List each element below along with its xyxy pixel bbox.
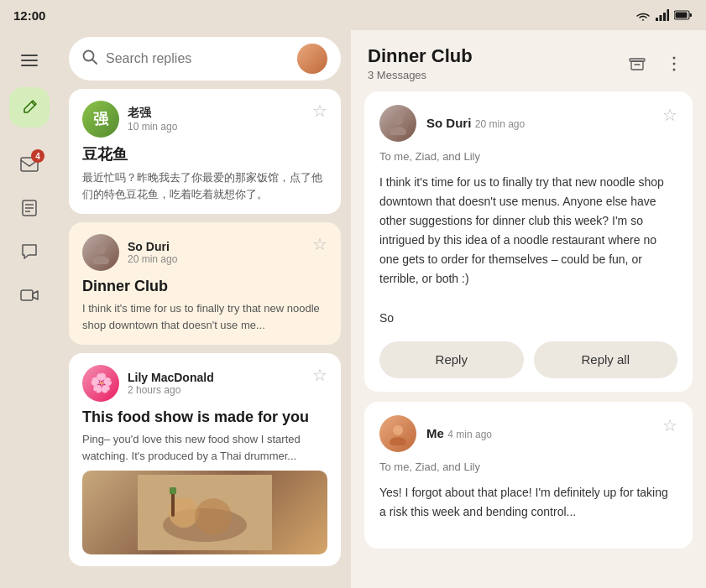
status-bar: 12:00 (0, 0, 706, 30)
sender-name: 老强 (128, 106, 177, 121)
svg-line-17 (92, 60, 97, 64)
thread-count: 3 Messages (368, 69, 473, 81)
sender-name: So Duri (426, 116, 471, 130)
food-image (138, 475, 272, 550)
status-time: 12:00 (13, 8, 45, 23)
signal-icon (656, 9, 669, 21)
msg-subject: Dinner Club (82, 278, 327, 295)
avatar-laoquiang: 强 (82, 101, 119, 138)
wifi-icon (635, 9, 651, 21)
msg-preview: I think it's time for us to finally try … (82, 300, 327, 333)
svg-rect-15 (21, 290, 33, 300)
email-to: To me, Ziad, and Lily (379, 150, 677, 163)
sender-row: 🌸 Lily MacDonald 2 hours ago (82, 365, 214, 402)
mail-badge: 4 (31, 149, 44, 163)
sidebar: 4 (0, 30, 59, 588)
message-card-lily[interactable]: 🌸 Lily MacDonald 2 hours ago ☆ This food… (69, 353, 341, 566)
compose-button[interactable] (9, 87, 50, 127)
thread-actions (622, 49, 689, 79)
svg-point-19 (92, 256, 109, 264)
avatar-soduri (82, 234, 119, 271)
star-button[interactable]: ☆ (312, 101, 327, 121)
email-header: So Duri 20 min ago ☆ (379, 105, 677, 142)
more-options-button[interactable] (659, 49, 689, 79)
sender-name: Me (426, 426, 444, 440)
svg-rect-8 (21, 60, 38, 61)
svg-rect-27 (631, 61, 643, 70)
msg-header: 强 老强 10 min ago ☆ (82, 101, 327, 138)
sender-info: 老强 10 min ago (128, 106, 177, 133)
avatar-lily: 🌸 (82, 365, 119, 402)
message-card-laoquiang[interactable]: 强 老强 10 min ago ☆ 豆花鱼 最近忙吗？昨晚我去了你最爱的那家饭馆… (69, 89, 341, 214)
svg-point-33 (390, 127, 406, 135)
svg-point-29 (673, 56, 676, 59)
thread-title: Dinner Club (368, 45, 473, 67)
svg-point-23 (195, 498, 232, 535)
svg-rect-6 (676, 13, 688, 18)
star-button[interactable]: ☆ (662, 105, 677, 125)
msg-header: 🌸 Lily MacDonald 2 hours ago ☆ (82, 365, 327, 402)
hamburger-menu-icon[interactable] (13, 44, 46, 77)
star-button[interactable]: ☆ (662, 415, 677, 435)
svg-rect-3 (667, 9, 670, 21)
svg-rect-9 (21, 65, 38, 66)
msg-preview: Ping– you'd love this new food show I st… (82, 431, 327, 464)
left-panel: 强 老强 10 min ago ☆ 豆花鱼 最近忙吗？昨晚我去了你最爱的那家饭馆… (59, 30, 351, 588)
sender-time: 2 hours ago (128, 384, 214, 396)
user-avatar (297, 44, 327, 74)
msg-header: So Duri 20 min ago ☆ (82, 234, 327, 271)
svg-rect-25 (170, 487, 176, 494)
svg-point-32 (393, 115, 403, 125)
msg-image (82, 471, 327, 554)
msg-preview: 最近忙吗？昨晚我去了你最爱的那家饭馆，点了他们的特色豆花鱼，吃着吃着就想你了。 (82, 169, 327, 202)
avatar-me (379, 415, 416, 452)
sender-info: Lily MacDonald 2 hours ago (128, 371, 214, 396)
thread-title-block: Dinner Club 3 Messages (368, 45, 473, 81)
email-body: Yes! I forgot about that place! I'm defi… (379, 483, 677, 522)
msg-subject: This food show is made for you (82, 408, 327, 426)
mail-icon-item[interactable]: 4 (13, 148, 46, 181)
sender-time: 4 min ago (447, 429, 492, 440)
archive-button[interactable] (622, 49, 652, 79)
sender-time: 20 min ago (128, 253, 177, 265)
email-card-soduri: So Duri 20 min ago ☆ To me, Ziad, and Li… (364, 91, 693, 392)
svg-point-31 (673, 68, 676, 70)
email-sender-info: Me 4 min ago (426, 426, 492, 441)
sender-time: 20 min ago (475, 118, 525, 130)
svg-point-30 (673, 62, 676, 65)
star-button[interactable]: ☆ (312, 234, 327, 254)
email-body: I think it's time for us to finally try … (379, 173, 677, 328)
chat-icon-item[interactable] (13, 235, 46, 268)
reply-all-button[interactable]: Reply all (534, 341, 678, 378)
right-panel: Dinner Club 3 Messages (351, 30, 706, 588)
sender-name: So Duri (128, 240, 177, 253)
search-input[interactable] (106, 51, 289, 66)
sender-row: So Duri 20 min ago (82, 234, 177, 271)
email-header: Me 4 min ago ☆ (379, 415, 677, 452)
svg-rect-24 (171, 492, 175, 517)
email-actions: Reply Reply all (379, 341, 677, 378)
svg-rect-1 (660, 15, 662, 21)
email-to: To me, Ziad, and Lily (379, 461, 677, 473)
svg-rect-2 (663, 13, 666, 21)
svg-rect-7 (21, 55, 38, 56)
thread-content: So Duri 20 min ago ☆ To me, Ziad, and Li… (351, 91, 706, 588)
email-card-me: Me 4 min ago ☆ To me, Ziad, and Lily Yes… (364, 402, 693, 549)
sender-name: Lily MacDonald (128, 371, 214, 384)
reply-button[interactable]: Reply (379, 341, 524, 378)
sender-time: 10 min ago (128, 121, 177, 133)
main-layout: 4 强 老强 (0, 30, 706, 588)
email-sender-info: So Duri 20 min ago (426, 116, 525, 131)
svg-rect-5 (690, 13, 693, 17)
message-card-soduri[interactable]: So Duri 20 min ago ☆ Dinner Club I think… (69, 222, 341, 345)
search-bar (69, 37, 341, 81)
notes-icon-item[interactable] (13, 191, 46, 225)
sender-info: So Duri 20 min ago (128, 240, 177, 265)
video-icon-item[interactable] (13, 278, 46, 312)
search-icon (82, 49, 97, 69)
star-button[interactable]: ☆ (312, 365, 327, 385)
avatar-soduri-large (379, 105, 416, 142)
email-sender-row: Me 4 min ago (379, 415, 492, 452)
msg-subject: 豆花鱼 (82, 144, 327, 164)
battery-icon (674, 10, 693, 20)
